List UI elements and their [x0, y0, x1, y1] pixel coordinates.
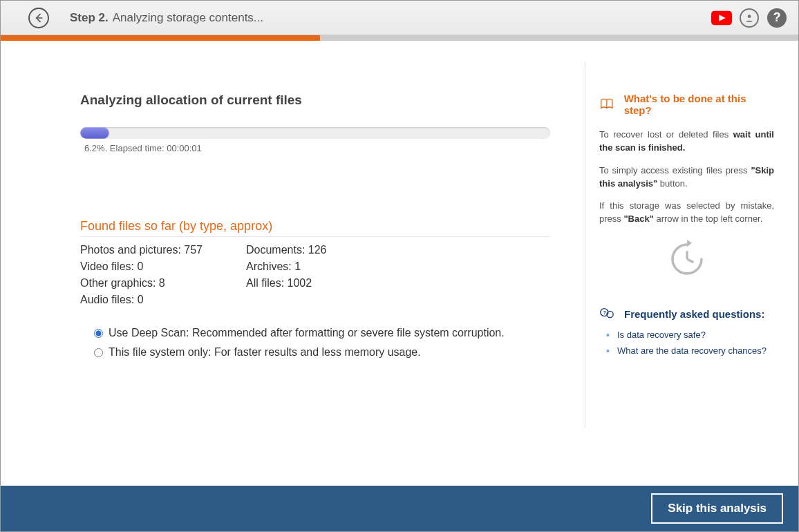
youtube-button[interactable] — [711, 8, 732, 28]
radio-deep-scan[interactable]: Use Deep Scan: Recommended after formatt… — [94, 327, 550, 339]
found-photos: Photos and pictures: 757 — [80, 244, 246, 256]
main-content: Analyzing allocation of current files 6.… — [1, 41, 798, 486]
found-other: Other graphics: 8 — [80, 277, 246, 289]
back-button[interactable] — [28, 8, 49, 28]
radio-deep-scan-label: Use Deep Scan: Recommended after formatt… — [109, 327, 505, 339]
svg-text:?: ? — [603, 310, 607, 316]
right-panel: What's to be done at this step? To recov… — [585, 61, 784, 428]
found-audio: Audio files: 0 — [80, 294, 246, 306]
header-bar: Step 2. Analyzing storage contents... ? — [1, 1, 798, 35]
user-icon — [740, 8, 759, 28]
arrow-left-icon — [33, 12, 44, 23]
faq-link-1[interactable]: Is data recovery safe? — [617, 330, 774, 340]
step-number: Step 2. — [70, 11, 109, 25]
progress-bar-fill — [80, 127, 109, 139]
radio-fs-only-label: This file system only: For faster result… — [109, 346, 421, 359]
svg-point-3 — [748, 15, 751, 18]
svg-line-6 — [687, 259, 693, 263]
account-button[interactable] — [739, 8, 760, 28]
help-icon: ? — [767, 8, 787, 28]
progress-heading: Analyzing allocation of current files — [80, 93, 550, 108]
scanning-icon — [599, 240, 774, 278]
help-text-3: If this storage was selected by mistake,… — [599, 200, 774, 226]
radio-fs-only[interactable]: This file system only: For faster result… — [94, 346, 550, 359]
faq-heading-text: Frequently asked questions: — [624, 308, 764, 320]
help-text-1: To recover lost or deleted files wait un… — [599, 129, 774, 155]
faq-link-2[interactable]: What are the data recovery chances? — [617, 345, 774, 356]
help-heading: What's to be done at this step? — [599, 93, 774, 116]
faq-icon: ? — [599, 306, 614, 321]
found-all: All files: 1002 — [246, 277, 412, 289]
step-progress-stripe — [1, 35, 798, 41]
radio-deep-scan-input[interactable] — [94, 329, 103, 338]
found-files-heading: Found files so far (by type, approx) — [80, 219, 550, 234]
found-documents: Documents: 126 — [246, 244, 412, 256]
progress-status: 6.2%. Elapsed time: 00:00:01 — [84, 143, 550, 153]
faq-heading: ? Frequently asked questions: — [599, 306, 774, 321]
left-panel: Analyzing allocation of current files 6.… — [15, 61, 578, 486]
progress-bar — [80, 127, 550, 139]
radio-fs-only-input[interactable] — [94, 348, 103, 357]
step-title: Analyzing storage contents... — [113, 11, 263, 25]
found-files-grid: Photos and pictures: 757 Documents: 126 … — [80, 244, 550, 306]
help-heading-text: What's to be done at this step? — [624, 93, 774, 116]
help-text-2: To simply access existing files press "S… — [599, 164, 774, 191]
help-button[interactable]: ? — [767, 8, 787, 28]
footer-bar: Skip this analysis — [1, 486, 798, 531]
scan-options: Use Deep Scan: Recommended after formatt… — [94, 327, 550, 359]
divider — [80, 236, 550, 237]
book-icon — [599, 97, 614, 112]
found-archives: Archives: 1 — [246, 260, 412, 273]
youtube-icon — [711, 10, 732, 26]
skip-analysis-button[interactable]: Skip this analysis — [651, 493, 783, 524]
found-video: Video files: 0 — [80, 260, 246, 273]
